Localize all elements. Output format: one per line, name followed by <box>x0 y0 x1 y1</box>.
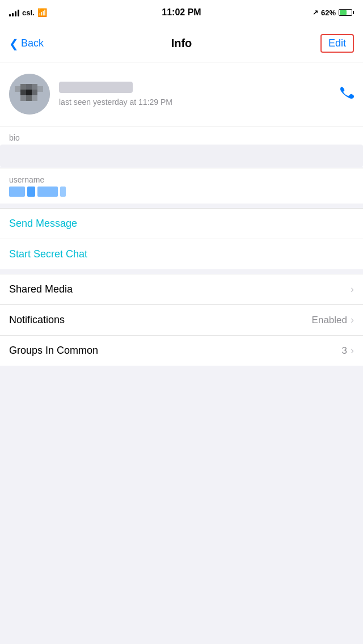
bio-content <box>0 145 363 167</box>
shared-media-label: Shared Media <box>9 283 73 295</box>
profile-section: last seen yesterday at 11:29 PM <box>0 62 363 126</box>
call-button[interactable] <box>338 84 354 104</box>
profile-name-placeholder <box>59 82 133 93</box>
actions-section: Send Message Start Secret Chat <box>0 208 363 269</box>
svg-rect-7 <box>20 95 26 101</box>
status-bar: csl. 📶 11:02 PM ↗ 62% <box>0 0 363 25</box>
settings-section: Shared Media › Notifications Enabled › G… <box>0 274 363 366</box>
bio-section: bio <box>0 126 363 167</box>
status-left: csl. 📶 <box>9 8 47 17</box>
notifications-value: Enabled <box>312 315 347 326</box>
groups-in-common-value: 3 <box>342 345 347 357</box>
username-block-3 <box>37 187 58 197</box>
status-right: ↗ 62% <box>313 9 354 17</box>
nav-bar: ❮ Back Info Edit <box>0 25 363 62</box>
notifications-right: Enabled › <box>312 314 354 326</box>
svg-rect-9 <box>32 95 37 101</box>
carrier-label: csl. <box>22 9 35 17</box>
bio-label: bio <box>9 133 354 142</box>
shared-media-chevron: › <box>351 283 354 295</box>
username-block-1 <box>9 187 25 197</box>
page-title: Info <box>171 37 192 50</box>
groups-in-common-row[interactable]: Groups In Common 3 › <box>0 336 363 366</box>
back-button[interactable]: ❮ Back <box>9 37 44 50</box>
svg-rect-8 <box>26 95 32 101</box>
svg-rect-10 <box>15 86 20 92</box>
battery-icon <box>339 9 354 16</box>
svg-rect-5 <box>26 90 32 95</box>
back-chevron-icon: ❮ <box>9 37 19 50</box>
notifications-label: Notifications <box>9 314 65 326</box>
start-secret-chat-label: Start Secret Chat <box>9 248 87 260</box>
username-block-2 <box>27 187 35 197</box>
notifications-row[interactable]: Notifications Enabled › <box>0 305 363 336</box>
shared-media-row[interactable]: Shared Media › <box>0 274 363 305</box>
svg-rect-3 <box>32 84 37 90</box>
profile-status: last seen yesterday at 11:29 PM <box>59 98 329 107</box>
groups-in-common-right: 3 › <box>342 345 354 357</box>
edit-button[interactable]: Edit <box>320 34 354 53</box>
svg-rect-2 <box>26 84 32 90</box>
avatar-image <box>9 74 50 115</box>
groups-in-common-label: Groups In Common <box>9 345 98 357</box>
username-block-4 <box>60 187 66 197</box>
status-time: 11:02 PM <box>162 7 201 18</box>
username-section: username <box>0 168 363 204</box>
signal-icon <box>9 9 19 16</box>
wifi-icon: 📶 <box>37 8 47 17</box>
svg-rect-1 <box>20 84 26 90</box>
profile-info: last seen yesterday at 11:29 PM <box>59 82 329 107</box>
send-message-button[interactable]: Send Message <box>0 209 363 239</box>
username-label: username <box>9 175 354 184</box>
location-icon: ↗ <box>313 9 318 16</box>
start-secret-chat-button[interactable]: Start Secret Chat <box>0 239 363 269</box>
svg-rect-4 <box>20 90 26 95</box>
send-message-label: Send Message <box>9 218 77 229</box>
battery-percentage: 62% <box>321 9 336 17</box>
svg-rect-6 <box>32 90 37 95</box>
groups-in-common-chevron: › <box>351 345 354 357</box>
avatar <box>9 74 50 115</box>
back-label: Back <box>21 37 44 49</box>
shared-media-right: › <box>347 283 354 295</box>
notifications-chevron: › <box>351 314 354 326</box>
svg-rect-11 <box>37 86 43 92</box>
username-value <box>9 187 354 197</box>
